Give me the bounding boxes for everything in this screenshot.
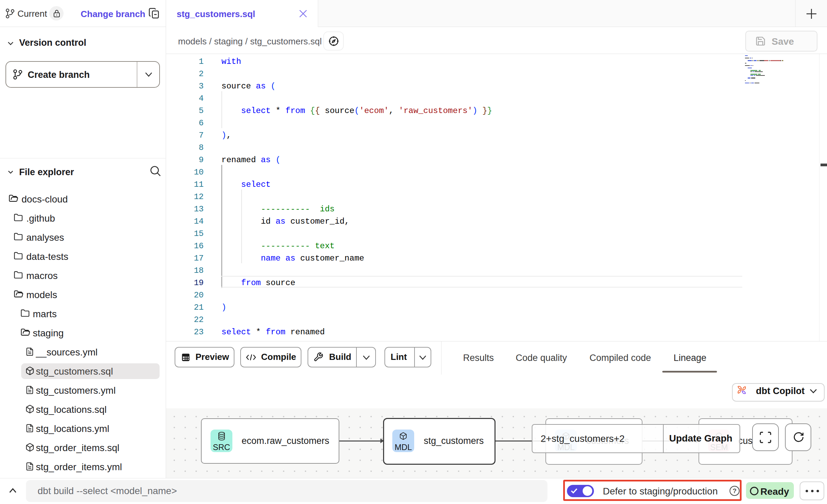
svg-text:?: ? bbox=[733, 487, 737, 494]
